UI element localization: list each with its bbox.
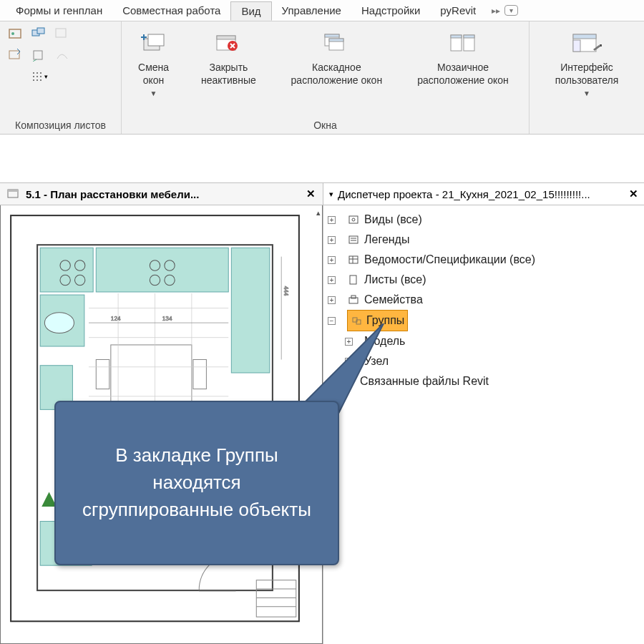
panel-menu-icon[interactable]: ▾ (329, 190, 333, 199)
tree-label: Связанные файлы Revit (360, 371, 489, 391)
cascade-button[interactable]: Каскадное расположение окон (279, 26, 394, 89)
svg-rect-74 (349, 216, 358, 223)
svg-rect-79 (349, 256, 358, 263)
panel-sheets: ▾ Композиция листов (0, 21, 122, 134)
svg-rect-19 (217, 36, 235, 39)
svg-rect-23 (325, 34, 339, 37)
sheet-icon-3[interactable] (53, 26, 72, 42)
tree-detail[interactable]: +Узел (328, 351, 640, 371)
ribbon: ▾ Композиция листов Смена окон ▼ Закрыть… (0, 21, 644, 135)
ribbon-tabs: Формы и генплан Совместная работа Вид Уп… (0, 0, 644, 21)
tree-label: Модель (364, 331, 405, 351)
collapse-icon[interactable]: − (328, 317, 336, 325)
tab-collab[interactable]: Совместная работа (112, 1, 230, 19)
svg-point-11 (36, 76, 38, 77)
tab-manage[interactable]: Управление (272, 1, 351, 19)
panel-ui-label (537, 118, 637, 132)
families-icon (347, 294, 360, 306)
svg-point-55 (44, 313, 74, 333)
sheet-icon-5[interactable] (30, 47, 49, 63)
tree-label: Виды (все) (364, 210, 422, 230)
more-icon[interactable]: ▸▸ (492, 6, 500, 16)
expand-icon[interactable]: + (328, 236, 336, 244)
chevron-down-icon: ▼ (150, 89, 157, 99)
ui-label: Интерфейс пользователя (541, 62, 633, 87)
document-tab[interactable]: 5.1 - План расстановки мебели... ✕ (0, 182, 323, 205)
svg-rect-17 (148, 34, 164, 46)
cascade-icon (321, 29, 351, 59)
close-icon[interactable]: ✕ (306, 187, 316, 200)
svg-rect-24 (329, 39, 343, 42)
view-icon (7, 188, 20, 200)
svg-point-8 (36, 72, 38, 74)
svg-point-10 (33, 76, 34, 77)
svg-rect-32 (600, 44, 602, 47)
expand-icon[interactable]: + (328, 276, 336, 284)
ui-icon (572, 29, 602, 59)
views-icon (347, 214, 360, 225)
sheet-icon-4[interactable] (7, 47, 26, 63)
svg-rect-28 (464, 35, 474, 38)
callout-text: В закладке Группы находятся сгруппирован… (76, 442, 318, 523)
tab-addins[interactable]: Надстройки (351, 1, 430, 19)
chevron-down-icon: ▼ (583, 89, 590, 99)
tree-families[interactable]: +Семейства (328, 290, 640, 310)
tree-views[interactable]: +Виды (все) (328, 210, 640, 230)
svg-point-7 (33, 72, 34, 74)
sheet-icon-6[interactable] (53, 47, 72, 63)
svg-rect-34 (8, 190, 18, 192)
tab-view[interactable]: Вид (230, 1, 271, 21)
panel-windows-label: Окна (129, 118, 522, 132)
svg-text:134: 134 (162, 316, 172, 322)
expand-icon[interactable]: + (328, 296, 336, 304)
tree-model[interactable]: +Модель (328, 331, 640, 351)
switch-windows-button[interactable]: Смена окон ▼ (129, 26, 178, 102)
svg-point-12 (40, 76, 42, 77)
svg-point-13 (33, 79, 34, 81)
schedules-icon (347, 254, 360, 265)
tree-label: Ведомости/Спецификации (все) (364, 250, 535, 270)
project-browser-title-bar[interactable]: ▾ Диспетчер проекта - 21_Кухня_2021_02_1… (323, 182, 644, 205)
project-browser: ▾ Диспетчер проекта - 21_Кухня_2021_02_1… (323, 182, 644, 644)
tree-label: Узел (364, 351, 389, 371)
tree-sheets[interactable]: +Листы (все) (328, 270, 640, 290)
document-title: 5.1 - План расстановки мебели... (26, 188, 301, 200)
tree-label: Легенды (364, 230, 409, 250)
switch-windows-icon (139, 29, 169, 59)
panel-sheets-label: Композиция листов (7, 118, 114, 132)
svg-text:444: 444 (283, 286, 289, 296)
panel-windows: Смена окон ▼ Закрыть неактивные Каскадно… (122, 21, 530, 134)
sheet-icon-2[interactable] (30, 26, 49, 42)
tree-legends[interactable]: +Легенды (328, 230, 640, 250)
expand-icon[interactable]: + (328, 256, 336, 264)
expand-icon[interactable]: + (345, 358, 353, 366)
svg-rect-38 (96, 248, 228, 292)
scroll-up-icon[interactable]: ▴ (316, 208, 321, 218)
tree-schedules[interactable]: +Ведомости/Спецификации (все) (328, 250, 640, 270)
legends-icon (347, 234, 360, 245)
expand-icon[interactable]: + (345, 338, 353, 346)
sheet-tools-grid: ▾ (7, 26, 73, 87)
tree-links[interactable]: Связанные файлы Revit (328, 371, 640, 391)
sheet-icon-7[interactable]: ▾ (30, 69, 49, 84)
expand-icon[interactable]: + (328, 216, 336, 224)
tile-button[interactable]: Мозаичное расположение окон (404, 26, 522, 89)
tree-groups[interactable]: −Группы (328, 310, 640, 331)
panel-ui: Интерфейс пользователя ▼ (530, 21, 644, 134)
project-tree[interactable]: +Виды (все) +Легенды +Ведомости/Специфик… (323, 205, 644, 396)
cascade-label: Каскадное расположение окон (283, 62, 390, 87)
ui-button[interactable]: Интерфейс пользователя ▼ (537, 26, 637, 102)
tab-forms[interactable]: Формы и генплан (6, 1, 112, 19)
ribbon-collapse-icon[interactable]: ▾ (504, 5, 518, 16)
sheet-icon-1[interactable] (7, 26, 26, 42)
svg-rect-31 (573, 40, 580, 52)
close-inactive-button[interactable]: Закрыть неактивные (188, 26, 269, 89)
tab-pyrevit[interactable]: pyRevit (430, 1, 486, 19)
svg-rect-44 (96, 359, 109, 389)
tree-label: Семейства (364, 290, 423, 310)
links-icon (343, 376, 356, 387)
close-icon[interactable]: ✕ (629, 187, 638, 200)
svg-rect-76 (349, 236, 358, 243)
svg-point-88 (349, 380, 353, 384)
svg-point-14 (36, 79, 38, 81)
